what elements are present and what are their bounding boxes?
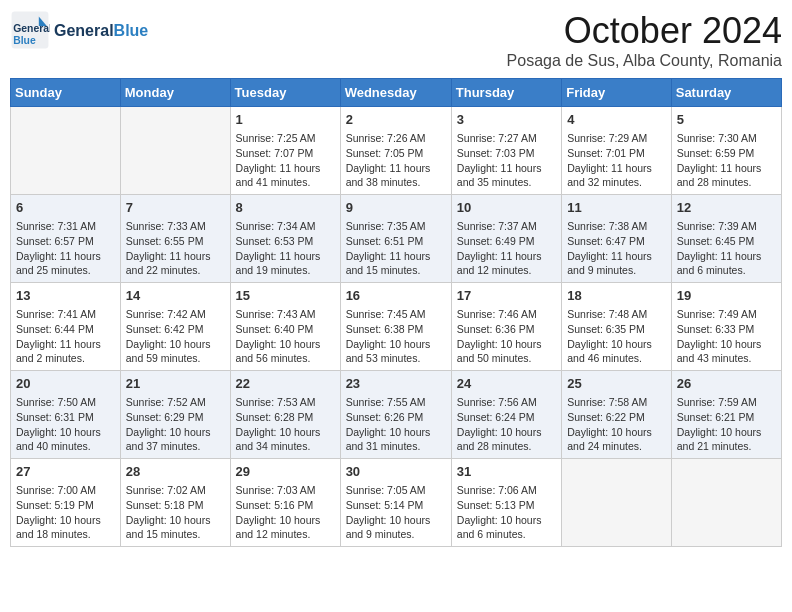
logo-icon: General Blue: [10, 10, 50, 50]
daylight: Daylight: 11 hours and 22 minutes.: [126, 250, 211, 277]
sunset: Sunset: 6:55 PM: [126, 235, 204, 247]
title-block: October 2024 Posaga de Sus, Alba County,…: [507, 10, 782, 70]
sunrise: Sunrise: 7:03 AM: [236, 484, 316, 496]
calendar-day: 14Sunrise: 7:42 AMSunset: 6:42 PMDayligh…: [120, 283, 230, 371]
calendar-day: 28Sunrise: 7:02 AMSunset: 5:18 PMDayligh…: [120, 459, 230, 547]
day-number: 12: [677, 199, 776, 217]
daylight: Daylight: 10 hours and 59 minutes.: [126, 338, 211, 365]
daylight: Daylight: 11 hours and 28 minutes.: [677, 162, 762, 189]
calendar-day: 31Sunrise: 7:06 AMSunset: 5:13 PMDayligh…: [451, 459, 561, 547]
col-thursday: Thursday: [451, 79, 561, 107]
calendar-day: [11, 107, 121, 195]
sunrise: Sunrise: 7:59 AM: [677, 396, 757, 408]
day-number: 17: [457, 287, 556, 305]
day-number: 16: [346, 287, 446, 305]
sunrise: Sunrise: 7:41 AM: [16, 308, 96, 320]
sunrise: Sunrise: 7:46 AM: [457, 308, 537, 320]
sunrise: Sunrise: 7:27 AM: [457, 132, 537, 144]
calendar-day: 9Sunrise: 7:35 AMSunset: 6:51 PMDaylight…: [340, 195, 451, 283]
day-number: 21: [126, 375, 225, 393]
sunrise: Sunrise: 7:26 AM: [346, 132, 426, 144]
day-number: 23: [346, 375, 446, 393]
sunset: Sunset: 6:36 PM: [457, 323, 535, 335]
sunset: Sunset: 6:42 PM: [126, 323, 204, 335]
calendar-day: 13Sunrise: 7:41 AMSunset: 6:44 PMDayligh…: [11, 283, 121, 371]
sunset: Sunset: 6:40 PM: [236, 323, 314, 335]
sunset: Sunset: 6:31 PM: [16, 411, 94, 423]
daylight: Daylight: 11 hours and 38 minutes.: [346, 162, 431, 189]
daylight: Daylight: 11 hours and 35 minutes.: [457, 162, 542, 189]
calendar-day: 17Sunrise: 7:46 AMSunset: 6:36 PMDayligh…: [451, 283, 561, 371]
logo-general: General: [54, 22, 114, 39]
daylight: Daylight: 11 hours and 12 minutes.: [457, 250, 542, 277]
sunset: Sunset: 6:24 PM: [457, 411, 535, 423]
sunset: Sunset: 6:57 PM: [16, 235, 94, 247]
sunset: Sunset: 6:29 PM: [126, 411, 204, 423]
daylight: Daylight: 10 hours and 28 minutes.: [457, 426, 542, 453]
calendar-day: 4Sunrise: 7:29 AMSunset: 7:01 PMDaylight…: [562, 107, 672, 195]
calendar-day: 8Sunrise: 7:34 AMSunset: 6:53 PMDaylight…: [230, 195, 340, 283]
daylight: Daylight: 10 hours and 43 minutes.: [677, 338, 762, 365]
sunset: Sunset: 6:47 PM: [567, 235, 645, 247]
col-wednesday: Wednesday: [340, 79, 451, 107]
calendar-day: 11Sunrise: 7:38 AMSunset: 6:47 PMDayligh…: [562, 195, 672, 283]
sunset: Sunset: 7:07 PM: [236, 147, 314, 159]
daylight: Daylight: 11 hours and 2 minutes.: [16, 338, 101, 365]
daylight: Daylight: 11 hours and 6 minutes.: [677, 250, 762, 277]
logo: General Blue GeneralBlue: [10, 10, 148, 50]
sunrise: Sunrise: 7:29 AM: [567, 132, 647, 144]
day-number: 10: [457, 199, 556, 217]
daylight: Daylight: 10 hours and 6 minutes.: [457, 514, 542, 541]
calendar-day: 26Sunrise: 7:59 AMSunset: 6:21 PMDayligh…: [671, 371, 781, 459]
calendar-header-row: Sunday Monday Tuesday Wednesday Thursday…: [11, 79, 782, 107]
sunrise: Sunrise: 7:37 AM: [457, 220, 537, 232]
daylight: Daylight: 10 hours and 9 minutes.: [346, 514, 431, 541]
daylight: Daylight: 11 hours and 19 minutes.: [236, 250, 321, 277]
month-title: October 2024: [507, 10, 782, 52]
calendar-day: 24Sunrise: 7:56 AMSunset: 6:24 PMDayligh…: [451, 371, 561, 459]
calendar-day: 30Sunrise: 7:05 AMSunset: 5:14 PMDayligh…: [340, 459, 451, 547]
calendar-week-row: 6Sunrise: 7:31 AMSunset: 6:57 PMDaylight…: [11, 195, 782, 283]
day-number: 5: [677, 111, 776, 129]
col-tuesday: Tuesday: [230, 79, 340, 107]
sunrise: Sunrise: 7:33 AM: [126, 220, 206, 232]
sunset: Sunset: 5:16 PM: [236, 499, 314, 511]
sunrise: Sunrise: 7:49 AM: [677, 308, 757, 320]
day-number: 27: [16, 463, 115, 481]
calendar-day: 21Sunrise: 7:52 AMSunset: 6:29 PMDayligh…: [120, 371, 230, 459]
sunrise: Sunrise: 7:31 AM: [16, 220, 96, 232]
sunset: Sunset: 6:53 PM: [236, 235, 314, 247]
logo-blue: Blue: [114, 22, 149, 39]
sunset: Sunset: 6:51 PM: [346, 235, 424, 247]
sunrise: Sunrise: 7:39 AM: [677, 220, 757, 232]
sunrise: Sunrise: 7:06 AM: [457, 484, 537, 496]
calendar-day: 7Sunrise: 7:33 AMSunset: 6:55 PMDaylight…: [120, 195, 230, 283]
day-number: 20: [16, 375, 115, 393]
daylight: Daylight: 11 hours and 25 minutes.: [16, 250, 101, 277]
sunset: Sunset: 5:18 PM: [126, 499, 204, 511]
sunrise: Sunrise: 7:00 AM: [16, 484, 96, 496]
day-number: 6: [16, 199, 115, 217]
col-saturday: Saturday: [671, 79, 781, 107]
location: Posaga de Sus, Alba County, Romania: [507, 52, 782, 70]
day-number: 30: [346, 463, 446, 481]
sunrise: Sunrise: 7:53 AM: [236, 396, 316, 408]
daylight: Daylight: 11 hours and 15 minutes.: [346, 250, 431, 277]
sunrise: Sunrise: 7:30 AM: [677, 132, 757, 144]
daylight: Daylight: 10 hours and 12 minutes.: [236, 514, 321, 541]
calendar-day: 1Sunrise: 7:25 AMSunset: 7:07 PMDaylight…: [230, 107, 340, 195]
calendar-day: 18Sunrise: 7:48 AMSunset: 6:35 PMDayligh…: [562, 283, 672, 371]
col-monday: Monday: [120, 79, 230, 107]
calendar-day: 15Sunrise: 7:43 AMSunset: 6:40 PMDayligh…: [230, 283, 340, 371]
calendar-week-row: 13Sunrise: 7:41 AMSunset: 6:44 PMDayligh…: [11, 283, 782, 371]
day-number: 15: [236, 287, 335, 305]
calendar-day: [120, 107, 230, 195]
daylight: Daylight: 11 hours and 41 minutes.: [236, 162, 321, 189]
day-number: 22: [236, 375, 335, 393]
sunrise: Sunrise: 7:58 AM: [567, 396, 647, 408]
sunset: Sunset: 6:45 PM: [677, 235, 755, 247]
day-number: 31: [457, 463, 556, 481]
day-number: 13: [16, 287, 115, 305]
sunset: Sunset: 7:05 PM: [346, 147, 424, 159]
sunrise: Sunrise: 7:05 AM: [346, 484, 426, 496]
